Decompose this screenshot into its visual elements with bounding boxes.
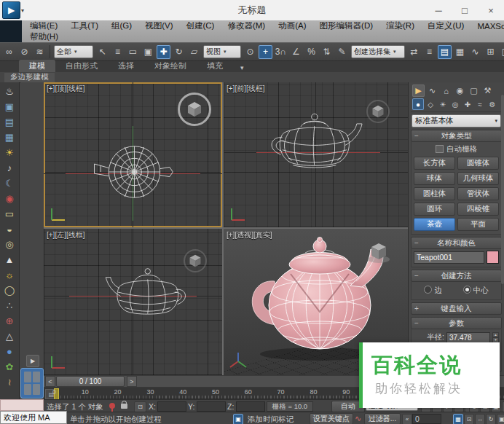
primitive-button[interactable]: 圆环 [414, 203, 455, 216]
viewport-top[interactable]: [+][顶][线框] [44, 82, 222, 227]
selection-lock-pin-icon[interactable] [109, 403, 115, 409]
utilities-tab[interactable]: ⚒ [481, 85, 494, 97]
menu-item[interactable]: 自定义(U) [421, 20, 470, 31]
rectangular-selection-region-icon[interactable]: ▭ [126, 45, 140, 59]
schematic-view-icon[interactable]: ⊞ [484, 45, 497, 59]
radius-spinner[interactable]: ▲▼ [492, 332, 499, 343]
helpers-cat[interactable]: ✚ [462, 98, 473, 110]
ribbon-overflow-icon[interactable]: ▾ [240, 64, 244, 72]
menu-item[interactable]: 工具(T) [64, 20, 105, 31]
polygon-modeling-tab[interactable]: 多边形建模 [4, 73, 55, 82]
primitive-button[interactable]: 平面 [457, 218, 499, 231]
object-color-swatch[interactable] [487, 251, 499, 264]
teapot-left-wireframe[interactable] [95, 265, 197, 329]
y-coordinate-field[interactable] [197, 401, 226, 412]
select-and-rotate-icon[interactable]: ↻ [172, 45, 186, 59]
primitive-button[interactable]: 几何球体 [457, 172, 499, 185]
viewport-left[interactable]: [+][左][线框] [44, 229, 222, 375]
viewport-label[interactable]: [+][顶][线框] [47, 84, 85, 94]
lights-cat[interactable]: ☀ [437, 98, 449, 110]
rollout-header[interactable]: − 参数 [411, 317, 502, 329]
panel-scrollbar[interactable] [501, 95, 504, 284]
viewcube[interactable] [366, 100, 390, 123]
pyramid-helper-icon[interactable]: △ [2, 329, 17, 344]
reference-coordinate-dropdown[interactable]: 视图▾ [203, 45, 241, 58]
app-menu-button[interactable]: ▶ ▾ [2, 1, 24, 19]
orbit-icon[interactable]: ↻ [486, 414, 496, 424]
rollout-header[interactable]: + 键盘输入 [411, 302, 502, 315]
z-coordinate-field[interactable] [236, 401, 265, 412]
select-and-scale-icon[interactable]: ▱ [187, 45, 201, 59]
shapes-cat[interactable]: ◇ [425, 98, 436, 110]
graphite-ribbon-toggle-icon[interactable]: ▦ [453, 45, 467, 59]
snap-toggle-3d-icon[interactable]: 3∩ [274, 45, 288, 59]
select-and-move-icon[interactable]: ✚ [157, 45, 170, 59]
space-warps-cat[interactable]: ≈ [474, 98, 486, 110]
primitive-button[interactable]: 四棱锥 [457, 203, 499, 216]
align-icon[interactable]: ≡ [422, 45, 436, 59]
next-frame-arrow[interactable]: > [127, 376, 137, 387]
viewport-front[interactable]: [+][前][线框] [224, 82, 408, 227]
filters-button[interactable]: 过滤器... [364, 413, 401, 424]
menu-item-help[interactable]: 帮助(H) [23, 31, 65, 42]
time-slider[interactable]: 0 / 100 [56, 376, 125, 387]
viewcube[interactable] [184, 249, 207, 272]
layer-manager-icon[interactable]: ▤ [438, 45, 452, 59]
edit-named-selection-sets-icon[interactable]: ✎ [335, 45, 349, 59]
select-by-name-icon[interactable]: ≡ [111, 45, 125, 59]
motion-tab[interactable]: ◉ [454, 85, 466, 97]
moon-icon[interactable]: ☾ [2, 176, 17, 191]
absolute-mode-toggle[interactable]: ⊡ [134, 401, 146, 412]
rollout-header[interactable]: − 名称和颜色 [411, 237, 502, 249]
feather-icon[interactable]: ≀ [2, 374, 17, 390]
set-key-button[interactable]: 设置关键点 [310, 413, 353, 424]
minimize-button[interactable]: ─ [425, 0, 452, 20]
primitive-button[interactable]: 长方体 [414, 157, 455, 170]
ribbon-tab[interactable]: 建模 [19, 60, 55, 72]
maximize-button[interactable]: □ [452, 0, 478, 20]
sphere-icon[interactable]: ◎ [2, 237, 17, 252]
select-and-link-icon[interactable]: ∞ [2, 45, 16, 59]
pan-view-icon[interactable]: ▦ [453, 414, 463, 424]
ring-icon[interactable]: ◯ [2, 283, 17, 298]
key-filter-icon[interactable]: ∿ [355, 414, 361, 423]
window-crossing-icon[interactable]: ▣ [141, 45, 155, 59]
mountain-icon[interactable]: ▲ [2, 252, 17, 267]
mirror-icon[interactable]: ⇄ [407, 45, 421, 59]
bitmap-window-icon[interactable]: ▣ [2, 99, 17, 114]
use-pivot-center-icon[interactable]: ⊙ [243, 45, 257, 59]
menu-item[interactable]: 动画(A) [272, 20, 312, 31]
viewport-layout-tab[interactable] [20, 368, 44, 399]
menu-item[interactable]: MAXScript(X) [470, 22, 504, 31]
spinner-snap-icon[interactable]: ⇅ [320, 45, 334, 59]
menu-item[interactable]: 视图(V) [138, 20, 179, 31]
viewport-label[interactable]: [+][左][线框] [47, 230, 85, 240]
molecule-icon[interactable]: ⊕ [2, 313, 17, 329]
ribbon-tab[interactable]: 填充 [197, 60, 233, 72]
unlink-selection-icon[interactable]: ⊘ [17, 45, 31, 59]
display-tab[interactable]: ▢ [468, 85, 480, 97]
select-and-manipulate-icon[interactable]: + [259, 45, 272, 59]
center-radio[interactable]: 中心 [463, 285, 489, 296]
primitive-button[interactable]: 茶壶 [414, 218, 455, 231]
select-object-icon[interactable]: ↖ [95, 45, 109, 59]
data-grid-icon[interactable]: ▦ [2, 130, 17, 145]
foliage-icon[interactable]: ✿ [2, 359, 17, 374]
dome-icon[interactable]: ◒ [2, 221, 17, 237]
angle-snap-icon[interactable]: ∠ [289, 45, 303, 59]
object-class-dropdown[interactable]: 标准基本体 ▾ [412, 114, 501, 127]
selection-filter-dropdown[interactable]: 全部▾ [54, 45, 93, 58]
menu-item[interactable]: 编辑(E) [23, 20, 64, 31]
rollout-header[interactable]: − 对象类型 [411, 130, 502, 142]
systems-cat[interactable]: ⚙ [487, 98, 498, 110]
plane-icon[interactable]: ▭ [2, 206, 17, 221]
sun-icon[interactable]: ☼ [2, 267, 17, 283]
menu-item[interactable]: 组(G) [105, 20, 138, 31]
material-editor-icon[interactable]: ◨ [499, 45, 504, 59]
lock-icon[interactable] [121, 404, 127, 409]
bind-to-space-warp-icon[interactable]: ≋ [33, 45, 47, 59]
rain-icon[interactable]: ∴ [2, 298, 17, 313]
ribbon-tab[interactable]: 对象绘制 [144, 60, 197, 72]
viewport-label[interactable]: [+][前][线框] [227, 84, 265, 94]
menu-item[interactable]: 创建(C) [179, 20, 221, 31]
